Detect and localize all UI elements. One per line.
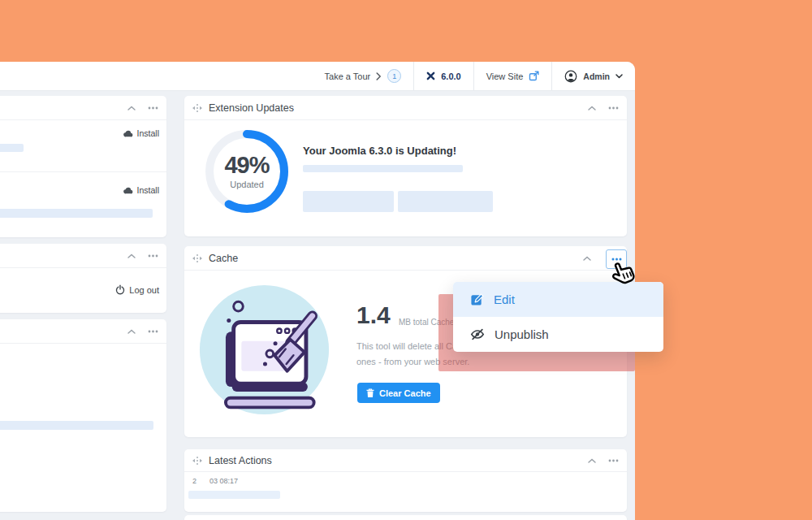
user-avatar-icon xyxy=(564,70,577,83)
content-placeholder xyxy=(398,191,493,212)
drag-handle-icon[interactable] xyxy=(192,456,202,466)
panel-user-left: Log out xyxy=(0,244,166,313)
panel-header xyxy=(0,319,166,344)
ellipsis-menu-icon[interactable] xyxy=(608,459,619,462)
collapse-icon[interactable] xyxy=(583,256,591,261)
action-log-row: 2 03 08:17 xyxy=(192,477,238,485)
menu-item-unpublish[interactable]: Unpublish xyxy=(453,317,663,352)
panel-title: Cache xyxy=(209,253,238,264)
joomla-version: 6.0.0 xyxy=(414,62,473,90)
content-placeholder xyxy=(303,165,463,172)
ellipsis-menu-icon[interactable] xyxy=(148,254,158,258)
panel-header: Latest Actions xyxy=(184,449,627,472)
content-placeholder xyxy=(0,144,24,152)
collapse-icon[interactable] xyxy=(127,254,136,258)
take-a-tour-label: Take a Tour xyxy=(325,72,371,81)
eye-slash-icon xyxy=(470,328,485,340)
cache-size-value: 1.4 xyxy=(356,303,391,327)
menu-item-label: Edit xyxy=(494,292,515,306)
collapse-icon[interactable] xyxy=(127,106,136,110)
panel-updates-left: Install Install xyxy=(0,96,166,237)
view-site-label: View Site xyxy=(486,72,524,81)
admin-label: Admin xyxy=(583,72,610,81)
chevron-down-icon xyxy=(615,74,623,79)
cache-illustration xyxy=(197,283,331,420)
ellipsis-menu-icon[interactable] xyxy=(608,106,619,110)
row-divider xyxy=(0,171,166,172)
joomla-logo-icon xyxy=(426,72,435,80)
drag-handle-icon[interactable] xyxy=(192,103,202,113)
action-count: 2 xyxy=(192,477,197,485)
drag-handle-icon[interactable] xyxy=(192,254,202,263)
install-label: Install xyxy=(137,128,159,138)
hand-pointer-cursor xyxy=(608,259,637,292)
install-label: Install xyxy=(137,185,159,195)
version-label: 6.0.0 xyxy=(441,72,460,81)
install-button[interactable]: Install xyxy=(123,128,159,138)
ellipsis-menu-icon[interactable] xyxy=(148,106,158,110)
panel-header: Extension Updates xyxy=(184,96,627,120)
external-link-icon xyxy=(529,71,539,81)
clear-cache-button[interactable]: Clear Cache xyxy=(357,383,440,403)
panel-header: Cache xyxy=(184,246,627,271)
cloud-download-icon xyxy=(123,187,133,194)
action-time: 03 08:17 xyxy=(209,477,238,485)
cloud-download-icon xyxy=(123,130,133,137)
update-progress-gauge: 49% Updated xyxy=(202,127,292,216)
desktop-background: Take a Tour 1 6.0.0 View Site xyxy=(0,0,812,520)
panel-title: Latest Actions xyxy=(209,455,272,466)
collapse-icon[interactable] xyxy=(588,458,596,463)
take-a-tour-button[interactable]: Take a Tour 1 xyxy=(313,62,414,90)
admin-menu-button[interactable]: Admin xyxy=(552,62,635,90)
panel-extension-updates: Extension Updates 49% Updated Your Jooml… xyxy=(184,96,627,236)
panel-empty-left xyxy=(0,319,166,512)
clear-cache-label: Clear Cache xyxy=(379,388,431,398)
context-menu: Edit Unpublish xyxy=(453,282,663,352)
panel-title: Extension Updates xyxy=(209,102,294,114)
chevron-right-icon xyxy=(376,72,382,80)
panel-next-partial xyxy=(184,515,627,520)
content-placeholder xyxy=(303,191,394,212)
ellipsis-menu-icon[interactable] xyxy=(148,330,158,333)
trash-icon xyxy=(366,388,374,398)
logout-button[interactable]: Log out xyxy=(115,284,159,295)
edit-icon xyxy=(470,292,484,306)
topbar: Take a Tour 1 6.0.0 View Site xyxy=(0,62,635,91)
panel-header xyxy=(0,244,166,268)
logout-label: Log out xyxy=(129,285,159,295)
panel-header xyxy=(0,96,166,120)
content-placeholder xyxy=(0,209,153,218)
collapse-icon[interactable] xyxy=(127,329,136,334)
update-percent: 49% xyxy=(224,154,269,177)
tour-step-badge: 1 xyxy=(387,69,401,83)
updating-message: Your Joomla 6.3.0 is Updating! xyxy=(303,145,456,157)
menu-item-label: Unpublish xyxy=(495,327,549,341)
power-icon xyxy=(115,284,125,295)
collapse-icon[interactable] xyxy=(588,106,596,110)
view-site-link[interactable]: View Site xyxy=(474,62,552,90)
updated-label: Updated xyxy=(230,180,264,189)
content-placeholder xyxy=(0,421,153,430)
install-button[interactable]: Install xyxy=(123,185,159,195)
content-placeholder xyxy=(188,491,280,499)
panel-latest-actions: Latest Actions 2 03 08:17 xyxy=(184,449,627,512)
